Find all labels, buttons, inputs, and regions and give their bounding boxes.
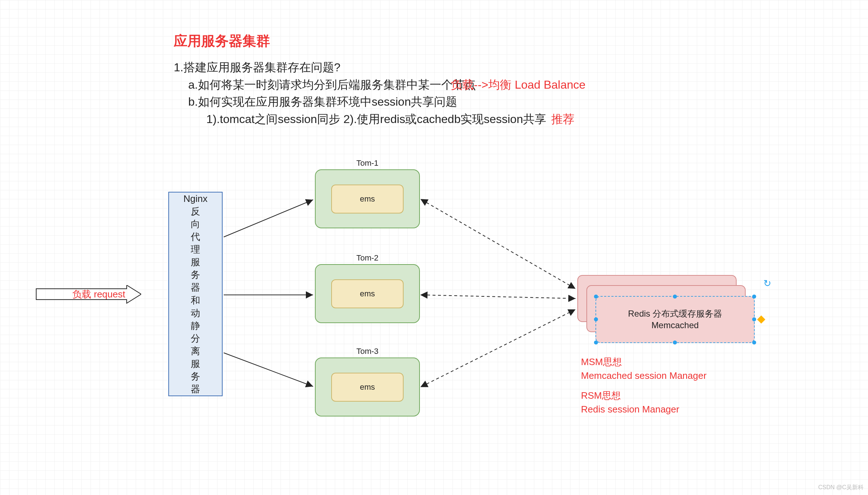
tom-2-box: ems [315, 264, 420, 323]
request-label: 负载 request [72, 288, 125, 301]
reload-icon[interactable]: ↻ [763, 277, 771, 290]
question-1: 1.搭建应用服务器集群存在问题? [174, 60, 340, 76]
svg-line-0 [224, 200, 313, 237]
rotate-handle-icon[interactable] [757, 316, 766, 324]
question-a: a.如何将某一时刻请求均分到后端服务集群中某一个节点 [188, 77, 476, 93]
ems-box: ems [331, 279, 404, 308]
question-b1: 1).tomcat之间session同步 2).使用redis或cachedb实… [206, 111, 546, 127]
redis-line-1: Redis 分布式缓存服务器 [628, 308, 722, 320]
nginx-proxy-box: Nginx 反 向 代 理 服 务 器 和 动 静 分 离 服 务 器 [168, 192, 223, 396]
ems-box: ems [331, 185, 404, 213]
svg-line-4 [422, 295, 576, 299]
question-b: b.如何实现在应用服务器集群环境中session共享问题 [188, 94, 457, 110]
notes-rsm-desc: Redis session Manager [581, 403, 707, 416]
request-arrow: 负载 request [33, 285, 141, 307]
redis-box-selected[interactable]: Redis 分布式缓存服务器 Memcached ↻ [595, 296, 755, 343]
tom-2-label: Tom-2 [315, 253, 420, 263]
question-a-highlight: 负载-->均衡 Load Balance [451, 77, 586, 93]
redis-line-2: Memcached [652, 320, 699, 331]
ems-box: ems [331, 373, 404, 402]
nginx-text: Nginx 反 向 代 理 服 务 器 和 动 静 分 离 服 务 器 [184, 192, 207, 396]
svg-line-5 [422, 309, 576, 386]
notes-block: MSM思想 Memcached session Manager RSM思想 Re… [581, 355, 707, 416]
tom-1-label: Tom-1 [315, 158, 420, 168]
question-b1-highlight: 推荐 [551, 111, 574, 127]
diagram-title: 应用服务器集群 [174, 32, 270, 50]
watermark: CSDN @C吴新科 [818, 484, 864, 491]
tom-1-box: ems [315, 169, 420, 228]
tom-3-label: Tom-3 [315, 347, 420, 356]
notes-msm-desc: Memcached session Manager [581, 369, 707, 383]
svg-line-3 [422, 200, 576, 289]
connector-lines [0, 0, 868, 495]
notes-msm-title: MSM思想 [581, 355, 707, 369]
tom-3-box: ems [315, 358, 420, 416]
notes-rsm-title: RSM思想 [581, 389, 707, 403]
svg-line-2 [224, 353, 313, 386]
